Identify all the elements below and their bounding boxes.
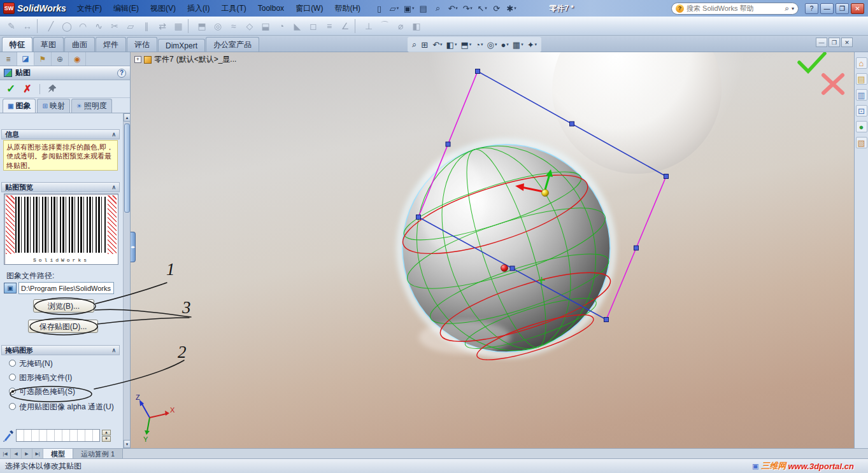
custom-properties-icon[interactable]: ▧ [856,137,867,148]
mirror-entities-icon[interactable]: ⇄ [155,18,170,34]
panel-help-button[interactable]: ? [117,69,126,78]
separator[interactable] [355,19,359,33]
convert-entities-icon[interactable]: ▱ [123,18,138,34]
line-icon[interactable]: ╱ [43,18,59,34]
panel-scrollbar[interactable]: ▲ ▼ [123,113,130,448]
save-icon[interactable]: ▣▾ [402,2,416,15]
reference-geometry-icon[interactable]: ⊥ [361,18,376,34]
command-tab[interactable]: 焊件 [96,37,126,52]
confirm-cancel-mark[interactable] [823,75,843,93]
open-icon[interactable]: ▱▾ [387,2,401,15]
radio-icon[interactable] [9,374,16,381]
previous-view-icon[interactable]: ↶▾ [431,39,443,50]
separator[interactable] [188,19,192,33]
radio-icon[interactable] [9,360,16,367]
menu-item[interactable]: 工具(T) [215,0,252,17]
command-tab[interactable]: 特征 [2,37,32,52]
featuremanager-tab[interactable]: ≡ [0,52,17,66]
eyedropper-icon[interactable] [3,429,14,442]
doc-close-button[interactable]: ✕ [841,38,853,47]
mask-option-selective-color[interactable]: 可选颜色掩码(S) [9,387,118,397]
search-dropdown-icon[interactable]: ▾ [792,6,794,11]
smart-dimension-icon[interactable]: ↔ [20,18,35,34]
radio-icon[interactable] [9,403,16,410]
sheet-tab[interactable]: 运动算例 1 [73,449,123,458]
trim-entities-icon[interactable]: ✂ [107,18,122,34]
displaymanager-tab[interactable]: ◉ [69,52,86,66]
tab-nav-button[interactable]: |◀ [0,449,11,458]
pin-icon[interactable] [48,84,57,94]
doc-minimize-button[interactable]: — [816,38,827,47]
sketch-icon[interactable]: ✎ [4,18,19,34]
view-orientation-icon[interactable]: ⬒▾ [459,39,473,50]
section-view-icon[interactable]: ◧▾ [445,39,459,50]
arc-icon[interactable]: ◠ [75,18,90,34]
decal-center-handle[interactable] [501,265,508,272]
appearances-icon[interactable]: ● [856,121,867,132]
cancel-button[interactable]: ✗ [23,83,31,95]
mask-option-none[interactable]: 无掩码(N) [9,359,118,369]
menu-item[interactable]: 视图(V) [145,0,181,17]
lofted-boss-icon[interactable]: ◇ [242,18,257,34]
shell-icon[interactable]: ◻ [306,18,321,34]
dialog-tab[interactable]: ⊞映射 [37,99,69,113]
doc-restore-button[interactable]: ❐ [829,38,840,47]
scrollbar-thumb[interactable] [124,124,130,213]
tree-expander-icon[interactable]: + [134,56,141,63]
offset-entities-icon[interactable]: ∥ [139,18,154,34]
info-group-header[interactable]: 信息∧ [1,129,120,139]
print-preview-icon[interactable]: ⌕ [431,2,445,15]
section-icon[interactable]: ◧ [409,18,424,34]
menu-item[interactable]: 窗口(W) [290,0,329,17]
spin-up-button[interactable]: ▲ [102,430,111,435]
design-library-icon[interactable]: ▤ [856,73,867,85]
search-input[interactable] [687,4,782,12]
hide-show-items-icon[interactable]: ◎▾ [486,39,499,50]
chamfer-icon[interactable]: ◣ [290,18,305,34]
select-icon[interactable]: ↖▾ [475,2,489,15]
tab-nav-button[interactable]: ◀ [11,449,22,458]
new-document-icon[interactable]: ▯ [373,2,387,15]
radio-icon-selected[interactable] [9,388,16,395]
browse-button[interactable]: 浏览(B)... [33,299,94,313]
tab-nav-button[interactable]: ▶ [22,449,32,458]
mask-group-header[interactable]: 掩码图形∧ [1,345,120,355]
redo-icon[interactable]: ↷▾ [460,2,474,15]
maximize-button[interactable]: ❐ [836,3,849,14]
manipulator-origin-handle[interactable] [542,190,549,197]
revolved-boss-icon[interactable]: ◎ [210,18,225,34]
rebuild-icon[interactable]: ⟳ [490,2,504,15]
circle-icon[interactable]: ◯ [59,18,75,34]
view-settings-icon[interactable]: ✦▾ [526,39,538,50]
dimxpertmanager-tab[interactable]: ⊕ [52,52,69,66]
panel-collapse-handle[interactable]: ◂▸ [131,232,136,262]
configurationmanager-tab[interactable]: ⚑ [34,52,52,66]
propertymanager-tab[interactable]: ◪ [17,52,34,66]
command-tab[interactable]: 曲面 [64,37,95,52]
menu-item[interactable]: 插入(I) [181,0,215,17]
save-decal-button[interactable]: 保存贴图(D)... [28,320,98,333]
extruded-boss-icon[interactable]: ⬒ [194,18,210,34]
scroll-up-icon[interactable]: ▲ [124,113,131,122]
color-swatch-strip[interactable] [16,429,100,442]
search-icon[interactable]: ⌕ [785,4,789,13]
image-path-input[interactable] [18,282,114,294]
command-tab[interactable]: DimXpert [158,39,205,52]
file-explorer-icon[interactable]: ▥ [856,89,867,101]
edit-appearance-icon[interactable]: ●▾ [499,39,509,50]
menu-item[interactable]: 文件(F) [71,0,108,17]
fillet-icon[interactable]: ◔ [274,18,289,34]
scroll-down-icon[interactable]: ▼ [124,440,131,448]
solidworks-resources-icon[interactable]: ⌂ [856,57,867,69]
help-search-box[interactable]: ? ⌕ ▾ [671,3,799,15]
curves-icon[interactable]: ⌒ [377,18,392,34]
tab-nav-button[interactable]: ▶| [32,449,43,458]
command-tab[interactable]: 办公室产品 [206,37,259,52]
menu-item[interactable]: Toolbox [252,0,290,17]
mask-option-alpha-channel[interactable]: 使用贴图图像 alpha 通道(U) [9,402,118,412]
extruded-cut-icon[interactable]: ⬓ [258,18,273,34]
command-tab[interactable]: 草图 [33,37,64,52]
options-icon[interactable]: ✱▾ [504,2,518,15]
command-tab[interactable]: 评估 [127,37,157,52]
mask-option-file[interactable]: 图形掩码文件(I) [9,373,118,383]
